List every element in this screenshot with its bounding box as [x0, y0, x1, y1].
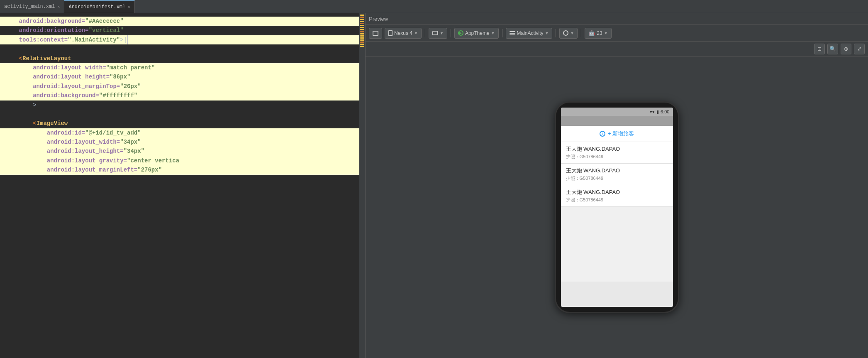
preview-panel: Preview Nexus 4 ▼ ▼ ▶	[365, 13, 868, 358]
scroll-marker-12	[360, 37, 364, 39]
code-line-14: android:layout_width="34px"	[0, 137, 359, 147]
scroll-marker-2	[360, 17, 364, 18]
play-circle-icon: ▶	[458, 30, 463, 36]
phone-status-bar: ▾▾ ▮ 6:00	[561, 108, 673, 116]
tab-activity-main-label: activity_main.xml	[4, 4, 55, 10]
add-traveler-btn[interactable]: + + 新增旅客	[561, 126, 673, 142]
code-string-6: "match_parent"	[106, 63, 155, 72]
preview-title: Preview	[369, 16, 388, 22]
api-chevron-icon: ▼	[604, 31, 608, 35]
code-string-15: "34px"	[124, 147, 144, 156]
code-line-16: android:layout_gravity="center_vertica	[0, 156, 359, 165]
scroll-marker-16	[360, 46, 364, 47]
nexus-label: Nexus 4	[394, 30, 412, 36]
preview-toolbar-row2: ⊡ 🔍 ⊕ ⤢	[366, 42, 868, 56]
editor-scrollbar[interactable]	[359, 13, 365, 358]
main-area: android:background="#AAcccccc" android:o…	[0, 13, 868, 358]
folder-btn[interactable]: ▼	[429, 28, 447, 39]
code-bracket-12: <	[5, 119, 37, 128]
tab-android-manifest[interactable]: AndroidManifest.xml ✕	[64, 0, 135, 13]
wifi-icon: ▾▾	[650, 109, 655, 115]
apptheme-btn[interactable]: ▶ AppTheme ▼	[454, 28, 499, 39]
code-line-10: >	[0, 101, 359, 110]
apptheme-label: AppTheme	[465, 30, 490, 36]
traveler-name-3: 王大炮 WANG.DAPAO	[566, 189, 668, 196]
code-attr-2: android:orientation=	[5, 26, 89, 35]
scroll-marker-14	[360, 42, 364, 43]
code-line-6: android:layout_width="match_parent"	[0, 63, 359, 72]
toolbar-divider-5	[581, 29, 581, 37]
folder-chevron-icon: ▼	[440, 31, 444, 35]
zoom-out-icon: 🔍	[829, 46, 836, 52]
code-attr-17: android:layout_marginLeft=	[5, 165, 137, 174]
api-label: 23	[597, 30, 602, 36]
tab-activity-main[interactable]: activity_main.xml ✕	[0, 0, 64, 13]
tab-bar: activity_main.xml ✕ AndroidManifest.xml …	[0, 0, 868, 13]
mainactivity-btn[interactable]: MainActivity ▼	[506, 28, 553, 39]
add-traveler-label: + 新增旅客	[608, 130, 634, 137]
folder-icon	[432, 31, 438, 35]
phone-container: ▾▾ ▮ 6:00 + + 新增旅客	[366, 56, 868, 358]
scroll-marker-3	[360, 19, 364, 20]
code-string-16: "center_vertica	[127, 156, 179, 165]
screen-toggle-btn[interactable]	[369, 28, 382, 39]
mainactivity-chevron-icon: ▼	[545, 31, 549, 35]
zoom-fit-btn[interactable]: ⊡	[814, 44, 825, 54]
code-line-11	[0, 110, 359, 119]
code-string-1: "#AAcccccc"	[85, 17, 123, 26]
toolbar-divider-3	[502, 29, 502, 37]
code-line-15: android:layout_height="34px"	[0, 147, 359, 156]
code-line-5: <RelativeLayout	[0, 54, 359, 63]
code-string-14: "34px"	[120, 137, 141, 147]
code-plain-3: >|	[120, 35, 128, 44]
code-line-2: android:orientation="vertical"	[0, 26, 359, 35]
screen-icon	[373, 31, 378, 36]
traveler-item-3[interactable]: 王大炮 WANG.DAPAO 护照：G50786449	[561, 185, 673, 207]
code-string-8: "26px"	[120, 82, 141, 91]
code-string-7: "86px"	[110, 72, 130, 81]
scroll-marker-13	[360, 39, 364, 41]
phone-body: ▾▾ ▮ 6:00 + + 新增旅客	[555, 101, 679, 313]
tab-android-manifest-close[interactable]: ✕	[128, 5, 130, 10]
code-line-17: android:layout_marginLeft="276px"	[0, 165, 359, 174]
code-attr-1: android:background=	[5, 17, 85, 26]
code-string-17: "276px"	[137, 165, 162, 174]
toolbar-divider-4	[556, 29, 556, 37]
scroll-marker-11	[360, 35, 364, 37]
zoom-in-btn[interactable]: ⊕	[841, 44, 851, 54]
traveler-item-2[interactable]: 王大炮 WANG.DAPAO 护照：G50786449	[561, 164, 673, 185]
scroll-marker-6	[360, 25, 364, 26]
traveler-item-1[interactable]: 王大炮 WANG.DAPAO 护照：G50786449	[561, 142, 673, 164]
scroll-marker-15	[360, 44, 364, 45]
preview-header: Preview	[366, 13, 868, 25]
tab-android-manifest-label: AndroidManifest.xml	[68, 4, 125, 10]
battery-icon: ▮	[656, 109, 659, 115]
code-plain-10: >	[5, 101, 37, 110]
tab-activity-main-close[interactable]: ✕	[57, 4, 60, 9]
mainactivity-label: MainActivity	[517, 30, 544, 36]
traveler-passport-3: 护照：G50786449	[566, 197, 668, 203]
phone-app-bar	[561, 116, 673, 126]
nexus-selector-btn[interactable]: Nexus 4 ▼	[385, 28, 422, 39]
traveler-passport-2: 护照：G50786449	[566, 175, 668, 181]
zoom-fit-icon: ⊡	[817, 46, 822, 52]
code-string-2: "vertical"	[89, 26, 124, 35]
zoom-in-icon: ⊕	[844, 46, 848, 52]
code-line-12: <ImageView	[0, 119, 359, 128]
code-attr-6: android:layout_width=	[5, 63, 106, 72]
code-string-3: ".MainActivity"	[68, 35, 120, 44]
zoom-out-btn[interactable]: 🔍	[827, 44, 838, 54]
zoom-actual-icon: ⤢	[857, 46, 862, 52]
code-string-13: "@+id/id_tv_add"	[85, 128, 141, 137]
code-string-9: "#ffffffff"	[99, 91, 137, 100]
locale-btn[interactable]: ▼	[559, 28, 578, 39]
code-line-3: tools:context=".MainActivity">|	[0, 35, 359, 44]
api-btn[interactable]: 🤖 23 ▼	[585, 28, 611, 39]
scroll-marker-9	[360, 31, 364, 32]
apptheme-chevron-icon: ▼	[491, 31, 495, 35]
traveler-name-2: 王大炮 WANG.DAPAO	[566, 167, 668, 174]
traveler-name-1: 王大炮 WANG.DAPAO	[566, 145, 668, 153]
zoom-actual-btn[interactable]: ⤢	[854, 44, 865, 54]
traveler-passport-1: 护照：G50786449	[566, 154, 668, 160]
code-editor[interactable]: android:background="#AAcccccc" android:o…	[0, 13, 365, 358]
